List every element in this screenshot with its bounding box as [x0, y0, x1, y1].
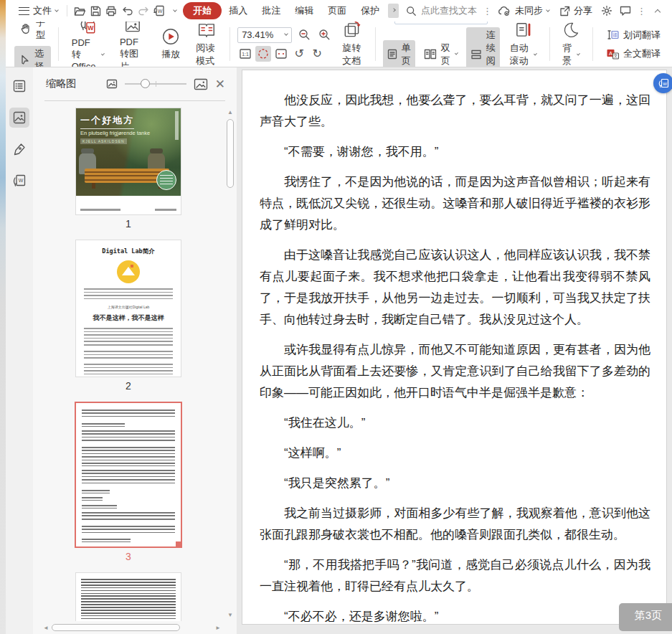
paragraph: “那，不用我搭把手吗？”我问道，感觉自己必须说点儿什么，因为我一直注视着他，盯得… — [260, 554, 650, 597]
sync-status[interactable]: 未同步 — [493, 2, 554, 19]
vertical-scroll-thumb[interactable] — [227, 119, 234, 188]
play-label: 播放 — [161, 48, 180, 61]
background-group: 背景 — [551, 23, 591, 65]
actual-size-button[interactable]: 1:1 — [237, 46, 253, 62]
divider — [375, 27, 376, 61]
open-button[interactable] — [72, 3, 87, 19]
search-more-icon[interactable]: ⋮ — [481, 6, 493, 16]
tab-page[interactable]: 页面 — [321, 2, 354, 19]
rotate-document-button[interactable]: 旋转文档 — [336, 22, 368, 67]
zoom-out-button[interactable] — [296, 27, 312, 43]
tab-protect[interactable]: 保护 — [354, 2, 387, 19]
read-mode-label: 阅读模式 — [196, 42, 217, 67]
save-button[interactable] — [87, 3, 103, 19]
single-page-button[interactable]: 单页 — [383, 40, 415, 68]
thumbnail-item-3[interactable]: 3 — [75, 402, 182, 568]
scroll-up-icon[interactable]: ▲ — [227, 109, 233, 115]
thumbnail-item-1[interactable]: 一个好地方 En plutselig frigjørende tanke KJE… — [75, 108, 181, 235]
pdf-to-image-button[interactable]: PDF转图片 — [114, 22, 151, 67]
large-thumbnail-icon[interactable] — [194, 78, 208, 90]
cover-badge — [156, 170, 176, 190]
tabs-expand-button[interactable] — [388, 4, 399, 18]
cover-caption-line — [80, 209, 176, 211]
lab-title: Digital Lab简介 — [82, 247, 174, 256]
scroll-left-icon[interactable]: ◄ — [43, 625, 49, 631]
thumbnail-panel-button[interactable] — [9, 108, 29, 128]
lab-publisher: 上海译文出版社Digital Lab — [82, 305, 174, 309]
thumbnail-list: 一个好地方 En plutselig frigjørende tanke KJE… — [33, 108, 224, 621]
single-page-label: 单页 — [402, 42, 411, 67]
tab-home[interactable]: 开始 — [183, 2, 222, 19]
document-viewer[interactable]: W 他没反应，因此我想，他要么聋了，要么耳背，就又问了一遍，这回声音大了些。 “… — [237, 67, 672, 634]
thumbnail-vertical-scrollbar[interactable]: ▲ ▼ — [226, 109, 235, 618]
horizontal-scroll-thumb[interactable] — [52, 624, 180, 631]
print-button[interactable] — [103, 3, 119, 19]
paragraph: 由于这嗓音让我感觉自己应该认识这人，他同样应该认识我，我不禁有点儿要起面子来。我… — [260, 245, 650, 331]
thumbnail-size-slider[interactable] — [125, 79, 186, 89]
scroll-down-icon[interactable]: ▼ — [227, 612, 233, 618]
pdf-to-office-label: PDF转Office — [72, 37, 100, 67]
pdf-page[interactable]: 他没反应，因此我想，他要么聋了，要么耳背，就又问了一遍，这回声音大了些。 “不需… — [242, 70, 667, 625]
word-translate-button[interactable]: 译 划词翻译 — [600, 27, 666, 43]
divider — [592, 27, 593, 61]
small-thumbnail-icon[interactable] — [106, 79, 118, 89]
select-tool-button[interactable]: 选择 — [14, 46, 51, 68]
hand-tool-button[interactable]: 手型 — [14, 22, 51, 43]
undo-button[interactable] — [119, 3, 135, 19]
tab-insert[interactable]: 插入 — [222, 2, 255, 19]
chevron-down-icon — [534, 52, 537, 55]
cloud-unsynced-icon — [498, 6, 511, 16]
rotate-right-button[interactable]: ↻ — [309, 46, 325, 62]
search-box[interactable]: 点此查找文本 ⋮ — [406, 4, 493, 17]
thumbnail-item-2[interactable]: Digital Lab简介 上海译文出版社Digital Lab 我不是这样，我… — [75, 240, 181, 397]
pdf-to-office-button[interactable]: W PDF转Office — [66, 22, 110, 67]
page-3-thumbnail-selected[interactable] — [75, 402, 182, 548]
more-menu-icon[interactable]: ⋮ — [635, 6, 648, 16]
quick-toolbar-more[interactable] — [167, 3, 183, 19]
redo-button[interactable] — [136, 3, 151, 19]
page-4-thumbnail[interactable] — [75, 572, 181, 621]
annotation-panel-button[interactable] — [9, 139, 29, 159]
rotate-left-button[interactable]: ↺ — [291, 46, 307, 62]
thumbnail-panel-header: 缩略图 ✕ — [33, 67, 237, 100]
zoom-group: 73.41% 1:1 ↺ ↻ 旋转文档 — [232, 23, 374, 65]
single-page-icon — [387, 49, 397, 60]
page-2-thumbnail[interactable]: Digital Lab简介 上海译文出版社Digital Lab 我不是这样，我… — [75, 240, 181, 377]
fit-width-button[interactable] — [273, 46, 289, 62]
auto-scroll-label: 自动滚动 — [510, 42, 531, 67]
feedback-button[interactable] — [617, 3, 634, 19]
chevron-down-icon — [546, 8, 550, 12]
desktop-edge-strip — [0, 0, 6, 634]
tab-edit[interactable]: 编辑 — [288, 2, 321, 19]
pdf-reader-window: 文件 W 开始 插入 批注 编辑 页面 保护 点此查找文本 ⋮ 未同步 — [6, 0, 672, 634]
pdf-to-word-floating-button[interactable]: W — [653, 73, 672, 93]
page-1-thumbnail[interactable]: 一个好地方 En plutselig frigjørende tanke KJE… — [75, 108, 181, 215]
convert-panel-button[interactable]: W — [9, 171, 29, 191]
text-lines — [84, 364, 173, 376]
thumbnail-item-4[interactable] — [75, 572, 181, 621]
outline-panel-button[interactable] — [9, 76, 29, 96]
auto-scroll-button[interactable]: 自动滚动 — [504, 22, 542, 67]
chevron-down-icon — [55, 8, 59, 12]
thumbnail-horizontal-scrollbar[interactable]: ◄ ► — [43, 623, 221, 633]
file-menu[interactable]: 文件 — [14, 2, 62, 19]
full-translate-button[interactable]: A文 全文翻译 — [600, 46, 666, 62]
collapse-ribbon-button[interactable] — [649, 3, 666, 19]
svg-text:1:1: 1:1 — [242, 52, 249, 57]
read-mode-button[interactable]: 阅读模式 — [190, 22, 222, 67]
fit-page-button[interactable] — [255, 46, 271, 62]
slider-handle[interactable] — [141, 79, 150, 88]
play-button[interactable]: 播放 — [156, 26, 186, 62]
continuous-reading-button[interactable]: 连续阅读 — [466, 27, 500, 68]
settings-button[interactable] — [598, 3, 615, 19]
close-panel-button[interactable]: ✕ — [215, 78, 225, 90]
page-number-input[interactable]: 3/181 — [394, 22, 488, 24]
tab-comment[interactable]: 批注 — [255, 2, 288, 19]
scroll-right-icon[interactable]: ► — [215, 625, 221, 631]
background-button[interactable]: 背景 — [557, 22, 585, 67]
double-page-button[interactable]: 双页 — [420, 40, 462, 68]
zoom-in-button[interactable] — [316, 27, 332, 43]
pdf-to-word-quick-button[interactable]: W — [151, 3, 167, 19]
share-button[interactable]: 分享 — [555, 2, 597, 19]
zoom-level-select[interactable]: 73.41% — [237, 27, 292, 43]
